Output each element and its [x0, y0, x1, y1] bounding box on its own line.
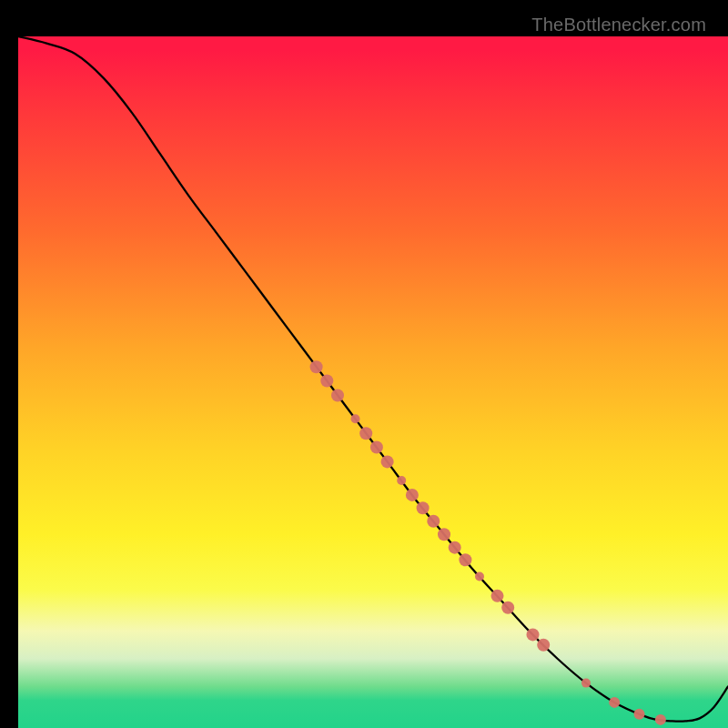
hardware-marker [655, 714, 666, 725]
hardware-marker [427, 515, 440, 528]
hardware-marker [449, 541, 461, 554]
hardware-marker [459, 553, 471, 566]
hardware-marker [351, 414, 360, 423]
hardware-marker [331, 389, 344, 401]
hardware-marker [381, 455, 394, 468]
hardware-marker [609, 697, 620, 708]
hardware-marker [370, 440, 383, 453]
hardware-marker [537, 639, 550, 652]
hardware-marker [581, 679, 591, 688]
hardware-marker [634, 709, 645, 720]
hardware-marker [397, 476, 406, 485]
attribution-label: TheBottlenecker.com [531, 15, 706, 35]
hardware-marker [501, 602, 514, 614]
bottleneck-curve [18, 36, 728, 722]
hardware-markers [310, 360, 666, 725]
hardware-marker [527, 628, 540, 641]
plot-area [18, 36, 728, 728]
hardware-marker [359, 427, 372, 440]
hardware-marker [417, 501, 430, 514]
hardware-marker [438, 528, 450, 541]
chart-svg [18, 36, 728, 728]
hardware-marker [406, 489, 419, 501]
hardware-marker [475, 572, 484, 581]
hardware-marker [310, 360, 323, 373]
hardware-marker [491, 590, 504, 602]
chart-frame: TheBottlenecker.com [9, 9, 719, 719]
hardware-marker [320, 374, 333, 387]
